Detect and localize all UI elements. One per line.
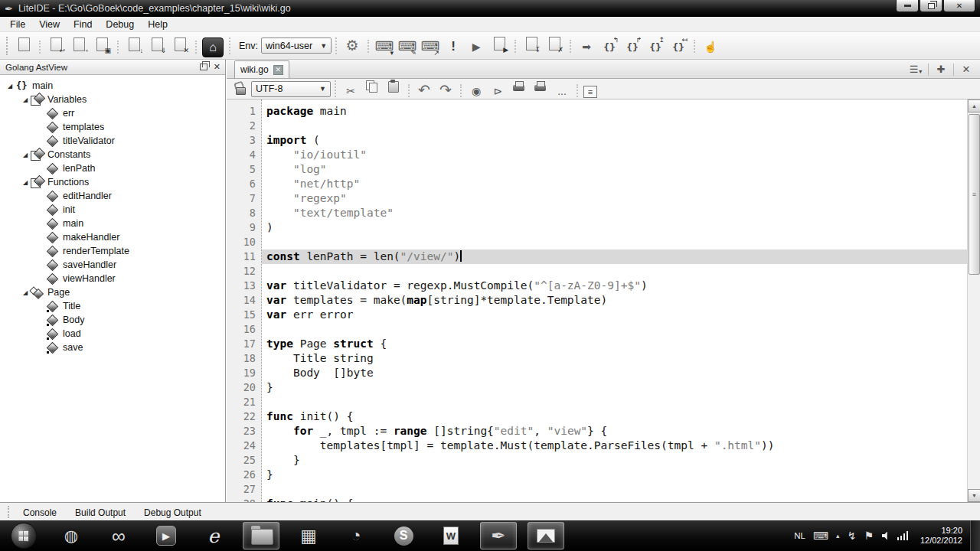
readonly-lock-button[interactable] <box>231 80 250 97</box>
delete-doc-button[interactable]: ✗ <box>544 34 564 54</box>
expander-icon[interactable]: ◢ <box>5 83 15 90</box>
clock[interactable]: 19:20 12/02/2012 <box>920 526 962 546</box>
code-line-8[interactable]: "text/template" <box>262 206 980 220</box>
tab-wiki-go[interactable]: wiki.go ✕ <box>234 60 289 78</box>
close-editor-button[interactable]: ✕ <box>957 62 975 77</box>
copy-button[interactable] <box>363 78 381 95</box>
code-line-1[interactable]: package main <box>262 104 980 119</box>
ast-node-constants[interactable]: ◢Constants <box>0 148 225 161</box>
ast-node-lenpath[interactable]: lenPath <box>0 161 225 175</box>
rebuild-button[interactable]: ↗ <box>420 37 440 57</box>
network-globe-icon[interactable]: ◍ <box>53 522 90 549</box>
split-editor-button[interactable]: ✚ <box>932 62 950 77</box>
calculator-icon[interactable]: ▦ <box>290 522 327 549</box>
language-indicator[interactable]: NL <box>794 531 805 540</box>
photo-viewer-icon[interactable] <box>528 522 564 549</box>
ast-node-save[interactable]: save <box>0 341 225 354</box>
fold-current-button[interactable]: ↥ <box>645 37 665 57</box>
home-button[interactable]: ⌂ <box>202 37 224 57</box>
restore-button[interactable] <box>920 0 942 12</box>
minimize-button[interactable] <box>896 0 919 12</box>
run-file-button[interactable]: ▶ <box>489 34 509 54</box>
unfold-current-button[interactable]: ↤ <box>668 37 688 57</box>
skype-icon[interactable]: S <box>385 522 422 549</box>
code-line-19[interactable]: Body []byte <box>262 366 980 380</box>
code-line-14[interactable]: var templates = make(map[string]*templat… <box>262 293 980 308</box>
float-panel-button[interactable] <box>200 64 207 70</box>
code-line-20[interactable]: } <box>262 380 980 395</box>
build-button[interactable]: ▾ <box>374 37 394 57</box>
infinity-app-icon[interactable]: ∞ <box>100 522 137 549</box>
menu-view[interactable]: View <box>32 18 67 31</box>
code-line-15[interactable]: var err error <box>262 308 980 322</box>
ast-node-viewhandler[interactable]: viewHandler <box>0 272 225 285</box>
ast-node-load[interactable]: load <box>0 327 225 341</box>
code-line-10[interactable] <box>262 235 980 249</box>
output-tab-build-output[interactable]: Build Output <box>66 505 135 520</box>
code-line-25[interactable]: } <box>262 453 980 468</box>
toolbar-grip[interactable] <box>6 37 9 55</box>
code-line-16[interactable] <box>262 322 980 337</box>
unfold-all-button[interactable]: ↱ <box>622 37 642 57</box>
start-button[interactable] <box>5 522 42 549</box>
code-line-22[interactable]: func init() { <box>262 409 980 424</box>
env-select[interactable]: win64-user ▼ <box>261 37 332 54</box>
ast-node-err[interactable]: err <box>0 106 225 120</box>
pan-hand-button[interactable]: ☝ <box>701 37 720 57</box>
ast-node-body[interactable]: Body <box>0 313 225 327</box>
ast-node-page[interactable]: ◢Page <box>0 285 225 299</box>
bottombar-grip[interactable] <box>8 506 11 518</box>
export-button[interactable]: ⊳ <box>488 83 507 99</box>
code-line-28[interactable]: func main() { <box>262 497 980 502</box>
code-line-23[interactable]: for _, tmpl := range []string{"edit", "v… <box>262 424 980 439</box>
ast-node-functions[interactable]: ◢Functions <box>0 175 225 189</box>
code-line-26[interactable]: } <box>262 468 980 482</box>
show-desktop-button[interactable] <box>970 520 980 551</box>
install-button[interactable]: ✎ <box>397 37 417 57</box>
file-explorer-icon[interactable] <box>243 522 279 549</box>
editor-scrollbar[interactable]: ▲ ≡ ▼ <box>967 99 980 502</box>
cut-button[interactable]: ✂ <box>341 83 360 99</box>
menu-help[interactable]: Help <box>141 18 175 31</box>
liteide-icon[interactable]: ✒ <box>480 522 517 549</box>
scroll-down-button[interactable]: ▼ <box>968 489 980 502</box>
output-tab-debug-output[interactable]: Debug Output <box>135 505 211 520</box>
navigate-forward-button[interactable]: ➡ <box>577 37 596 57</box>
scrollbar-thumb[interactable]: ≡ <box>969 114 980 275</box>
scroll-up-button[interactable]: ▲ <box>968 99 980 112</box>
code-line-24[interactable]: templates[tmpl] = template.Must(template… <box>262 439 980 453</box>
close-file-button[interactable]: ✕ <box>170 34 190 54</box>
ast-node-main[interactable]: main <box>0 217 225 230</box>
code-line-18[interactable]: Title string <box>262 351 980 366</box>
code-line-27[interactable] <box>262 482 980 497</box>
ast-node-rendertemplate[interactable]: renderTemplate <box>0 244 225 258</box>
code-line-12[interactable] <box>262 264 980 279</box>
expander-icon[interactable]: ◢ <box>20 179 31 186</box>
internet-explorer-icon[interactable]: e <box>195 522 232 549</box>
code-line-13[interactable]: var titleValidator = regexp.MustCompile(… <box>262 279 980 293</box>
code-line-3[interactable]: import ( <box>262 133 980 148</box>
save-all-button[interactable]: ⇓ <box>147 34 167 54</box>
code-line-2[interactable] <box>262 119 980 133</box>
close-window-button[interactable]: ✕ <box>943 0 975 12</box>
record-button[interactable]: ◉ <box>467 83 485 99</box>
keyboard-icon[interactable]: ⌨ <box>813 530 828 542</box>
network-signal-icon[interactable] <box>897 531 910 540</box>
code-line-5[interactable]: "log" <box>262 162 980 177</box>
menu-file[interactable]: File <box>3 18 32 31</box>
ast-node-variables[interactable]: ◢Variables <box>0 93 225 106</box>
volume-icon[interactable] <box>882 532 890 540</box>
undo-button[interactable]: ↶ <box>415 82 433 99</box>
print-button[interactable] <box>510 78 528 95</box>
code-line-7[interactable]: "regexp" <box>262 191 980 206</box>
power-icon[interactable]: ↯ <box>848 530 857 542</box>
redo-button[interactable]: ↷ <box>436 82 455 99</box>
options-button[interactable]: ⚙ <box>342 36 362 56</box>
expander-icon[interactable]: ◢ <box>20 152 31 158</box>
open-file-button[interactable]: ↩ <box>46 34 66 54</box>
run-button[interactable]: ▶ <box>466 37 486 57</box>
save-file-button[interactable]: ↓ <box>124 34 144 54</box>
stop-button[interactable]: ! <box>443 37 463 57</box>
close-panel-button[interactable]: ✕ <box>214 62 220 72</box>
print-preview-button[interactable] <box>531 78 550 95</box>
